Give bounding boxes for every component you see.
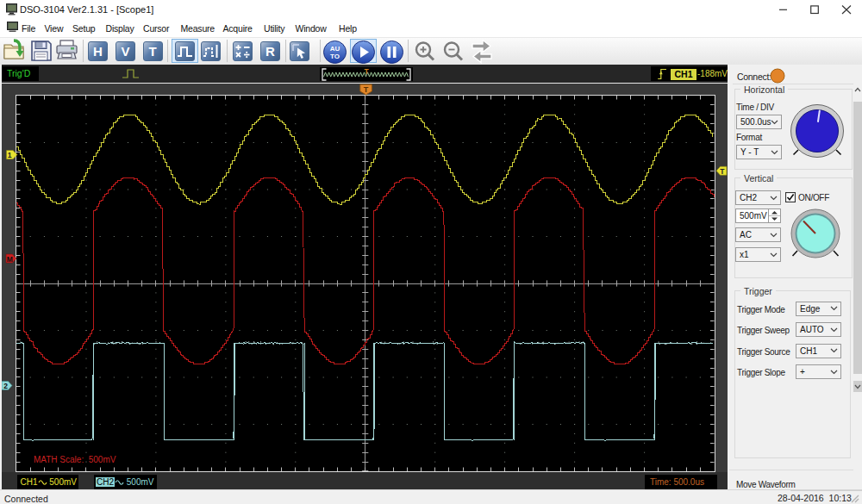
svg-text:T: T	[364, 85, 369, 94]
svg-text:T: T	[364, 67, 369, 76]
svg-text:AU: AU	[330, 45, 340, 53]
svg-text:TO: TO	[330, 53, 340, 60]
svg-text:T: T	[720, 167, 725, 176]
svg-text:MATH Scale: 500mV: MATH Scale: 500mV	[34, 455, 116, 464]
svg-text:2: 2	[3, 382, 8, 390]
svg-text:1: 1	[8, 151, 12, 159]
svg-text:M: M	[7, 255, 13, 264]
